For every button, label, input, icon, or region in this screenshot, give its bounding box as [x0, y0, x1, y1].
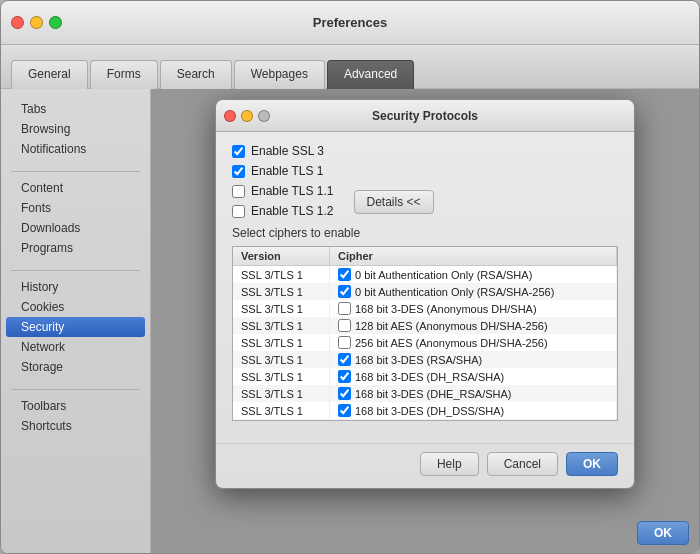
table-row[interactable]: SSL 3/TLS 1168 bit 3-DES (RSA/SHA) [233, 351, 617, 368]
cipher-version: SSL 3/TLS 1 [233, 334, 330, 351]
maximize-button[interactable] [49, 16, 62, 29]
tls12-checkbox[interactable] [232, 205, 245, 218]
tls11-row[interactable]: Enable TLS 1.1 [232, 184, 334, 198]
sidebar-item-toolbars[interactable]: Toolbars [1, 396, 150, 416]
table-row[interactable]: SSL 3/TLS 1256 bit AES (Anonymous DH/SHA… [233, 334, 617, 351]
table-row[interactable]: SSL 3/TLS 1128 bit AES (Anonymous DH/SHA… [233, 317, 617, 334]
sidebar: Tabs Browsing Notifications Content Font… [1, 89, 151, 554]
tls12-row[interactable]: Enable TLS 1.2 [232, 204, 334, 218]
cipher-table-container[interactable]: Version Cipher SSL 3/TLS 10 bit Authenti… [232, 246, 618, 421]
tab-general[interactable]: General [11, 60, 88, 89]
cipher-checkbox[interactable] [338, 353, 351, 366]
cipher-header: Cipher [330, 247, 617, 266]
table-row[interactable]: SSL 3/TLS 1168 bit 3-DES (DHE_RSA/SHA) [233, 385, 617, 402]
table-row[interactable]: SSL 3/TLS 10 bit Authentication Only (RS… [233, 266, 617, 284]
content-area: Tabs Browsing Notifications Content Font… [1, 89, 699, 554]
dialog-close-button[interactable] [224, 110, 236, 122]
tls11-label: Enable TLS 1.1 [251, 184, 334, 198]
cipher-version: SSL 3/TLS 1 [233, 419, 330, 421]
cipher-label: 168 bit 3-DES (DH_RSA/SHA) [355, 371, 504, 383]
ssl3-label: Enable SSL 3 [251, 144, 324, 158]
tab-search[interactable]: Search [160, 60, 232, 89]
help-button[interactable]: Help [420, 452, 479, 476]
cipher-checkbox[interactable] [338, 370, 351, 383]
table-row[interactable]: SSL 3/TLS 1168 bit 3-DES (DH_DSS/SHA) [233, 402, 617, 419]
dialog-maximize-button [258, 110, 270, 122]
sidebar-item-tabs[interactable]: Tabs [1, 99, 150, 119]
sidebar-item-fonts[interactable]: Fonts [1, 198, 150, 218]
cipher-checkbox[interactable] [338, 285, 351, 298]
sidebar-item-downloads[interactable]: Downloads [1, 218, 150, 238]
table-row[interactable]: SSL 3/TLS 1168 bit 2-DES (DHE_DSS/SHA) [233, 419, 617, 421]
tab-webpages[interactable]: Webpages [234, 60, 325, 89]
toolbar: General Forms Search Webpages Advanced [1, 45, 699, 89]
cipher-checkbox[interactable] [338, 404, 351, 417]
sidebar-item-security[interactable]: Security [6, 317, 145, 337]
sidebar-item-network[interactable]: Network [1, 337, 150, 357]
tls1-checkbox[interactable] [232, 165, 245, 178]
sidebar-item-shortcuts[interactable]: Shortcuts [1, 416, 150, 436]
sidebar-item-history[interactable]: History [1, 277, 150, 297]
tab-forms[interactable]: Forms [90, 60, 158, 89]
dialog-content: Enable SSL 3 Enable TLS 1 Enable TLS 1.1 [216, 132, 634, 443]
cipher-label: 256 bit AES (Anonymous DH/SHA-256) [355, 337, 548, 349]
close-button[interactable] [11, 16, 24, 29]
cipher-name: 168 bit 3-DES (RSA/SHA) [330, 351, 617, 368]
window-title: Preferences [313, 15, 387, 30]
table-row[interactable]: SSL 3/TLS 10 bit Authentication Only (RS… [233, 283, 617, 300]
sidebar-item-programs[interactable]: Programs [1, 238, 150, 258]
cipher-checkbox[interactable] [338, 302, 351, 315]
cipher-checkbox[interactable] [338, 268, 351, 281]
cipher-name: 0 bit Authentication Only (RSA/SHA-256) [330, 283, 617, 300]
sidebar-section-1: Tabs Browsing Notifications [1, 99, 150, 159]
dialog-minimize-button[interactable] [241, 110, 253, 122]
version-header: Version [233, 247, 330, 266]
tls1-row[interactable]: Enable TLS 1 [232, 164, 334, 178]
window-controls [11, 16, 62, 29]
sidebar-section-4: Toolbars Shortcuts [1, 396, 150, 436]
sidebar-item-cookies[interactable]: Cookies [1, 297, 150, 317]
cipher-label: 168 bit 3-DES (DH_DSS/SHA) [355, 405, 504, 417]
cipher-name: 168 bit 3-DES (DH_DSS/SHA) [330, 402, 617, 419]
sidebar-item-storage[interactable]: Storage [1, 357, 150, 377]
security-protocols-dialog: Security Protocols Enable SSL 3 [215, 99, 635, 489]
outer-ok-button[interactable]: OK [637, 521, 689, 545]
tab-advanced[interactable]: Advanced [327, 60, 414, 89]
cipher-checkbox[interactable] [338, 387, 351, 400]
cipher-label: 0 bit Authentication Only (RSA/SHA-256) [355, 286, 554, 298]
title-bar: Preferences [1, 1, 699, 45]
tls11-checkbox[interactable] [232, 185, 245, 198]
cipher-label: 0 bit Authentication Only (RSA/SHA) [355, 269, 532, 281]
cipher-name: 128 bit AES (Anonymous DH/SHA-256) [330, 317, 617, 334]
sidebar-item-content[interactable]: Content [1, 178, 150, 198]
dialog-window-controls [224, 110, 270, 122]
cipher-label: 168 bit 3-DES (Anonymous DH/SHA) [355, 303, 537, 315]
protocol-checkboxes: Enable SSL 3 Enable TLS 1 Enable TLS 1.1 [232, 144, 334, 218]
cipher-checkbox[interactable] [338, 336, 351, 349]
minimize-button[interactable] [30, 16, 43, 29]
ssl3-checkbox[interactable] [232, 145, 245, 158]
cancel-button[interactable]: Cancel [487, 452, 558, 476]
sidebar-section-3: History Cookies Security Network Storage [1, 277, 150, 377]
sidebar-divider-1 [11, 171, 140, 172]
details-btn-container: Details << [354, 144, 434, 218]
details-button[interactable]: Details << [354, 190, 434, 214]
protocols-and-button: Enable SSL 3 Enable TLS 1 Enable TLS 1.1 [232, 144, 618, 218]
dialog-footer: Help Cancel OK [216, 443, 634, 488]
cipher-name: 168 bit 3-DES (Anonymous DH/SHA) [330, 300, 617, 317]
sidebar-section-2: Content Fonts Downloads Programs [1, 178, 150, 258]
tls12-label: Enable TLS 1.2 [251, 204, 334, 218]
cipher-label: 168 bit 3-DES (RSA/SHA) [355, 354, 482, 366]
cipher-version: SSL 3/TLS 1 [233, 351, 330, 368]
dialog-title-bar: Security Protocols [216, 100, 634, 132]
sidebar-item-browsing[interactable]: Browsing [1, 119, 150, 139]
sidebar-item-notifications[interactable]: Notifications [1, 139, 150, 159]
cipher-version: SSL 3/TLS 1 [233, 368, 330, 385]
dialog-title: Security Protocols [372, 109, 478, 123]
table-row[interactable]: SSL 3/TLS 1168 bit 3-DES (DH_RSA/SHA) [233, 368, 617, 385]
cipher-checkbox[interactable] [338, 319, 351, 332]
ok-button[interactable]: OK [566, 452, 618, 476]
cipher-name: 168 bit 3-DES (DH_RSA/SHA) [330, 368, 617, 385]
ssl3-row[interactable]: Enable SSL 3 [232, 144, 334, 158]
table-row[interactable]: SSL 3/TLS 1168 bit 3-DES (Anonymous DH/S… [233, 300, 617, 317]
